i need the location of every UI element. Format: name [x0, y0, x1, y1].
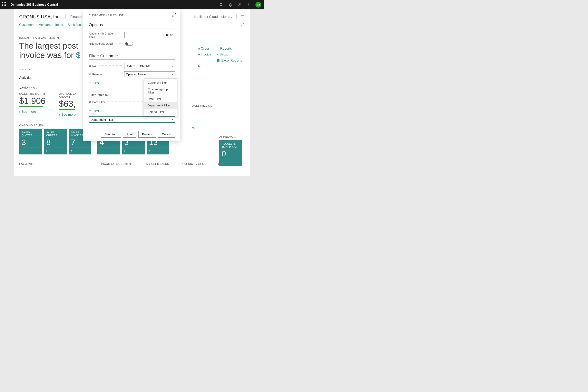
send-to-button[interactable]: Send to...: [101, 131, 121, 138]
filter-dropdown-list: Currency Filter Customergroup Filter Dat…: [144, 78, 177, 116]
field-label: No.: [92, 64, 97, 68]
dialog-footer: Send to... Print Preview Cancel: [101, 131, 175, 138]
quick-links: e Order›Reports e Invoice›Setup ▦Excel R…: [198, 47, 242, 68]
see-more-link[interactable]: ›See more: [59, 113, 76, 117]
metric-label: AMOUNT: [59, 95, 76, 98]
dialog-title: CUSTOMER - SALES LIST: [89, 14, 175, 17]
field-hide-address: Hide Address Detail: [89, 42, 175, 46]
dropdown-option[interactable]: Customergroup Filter: [144, 86, 176, 96]
tile-title: SALES QUOTES: [22, 131, 40, 138]
search-icon[interactable]: [219, 3, 223, 7]
see-more-link[interactable]: ›See more: [19, 110, 46, 114]
report-request-dialog: CUSTOMER - SALES LIST Options Amounts ($…: [83, 10, 180, 141]
see-more-peek[interactable]: re: [192, 126, 195, 130]
remove-filter-icon[interactable]: ✕: [89, 100, 91, 104]
tile-number: 8: [46, 138, 64, 147]
svg-line-1: [222, 5, 223, 6]
hide-address-toggle[interactable]: [125, 42, 133, 46]
bell-icon[interactable]: [228, 3, 232, 7]
tile-title: SALES ORDERS: [46, 131, 64, 138]
plus-icon: +: [89, 108, 91, 113]
quicklink-ts[interactable]: ts: [198, 64, 242, 68]
company-name: CRONUS USA, Inc.: [19, 14, 61, 20]
chevron-right-icon: ›: [19, 110, 20, 114]
help-icon[interactable]: [246, 3, 250, 7]
amounts-input[interactable]: [124, 32, 175, 38]
tile-sales-orders[interactable]: SALES ORDERS 8 ›: [44, 129, 67, 154]
expand-dialog-icon[interactable]: [172, 12, 176, 18]
quicklink-order[interactable]: e Order›Reports: [198, 47, 242, 50]
label-videos: PRODUCT VIDEOS: [181, 162, 206, 166]
metric-overdue: OVERDUE SA AMOUNT $63, ›See more: [59, 92, 76, 117]
subnav-items[interactable]: Items: [55, 23, 63, 28]
chevron-down-icon: ▾: [231, 16, 232, 18]
filter-reserve: ✕Reserve ▾: [89, 71, 175, 77]
reserve-input[interactable]: [124, 71, 175, 77]
dropdown-option[interactable]: Currency Filter: [144, 80, 176, 86]
cancel-button[interactable]: Cancel: [158, 131, 175, 138]
chevron-right-icon: ›: [59, 113, 60, 117]
field-label: Amounts ($) Greater Than: [89, 32, 120, 38]
metric-label-peek: OICES PREDICT...: [192, 104, 214, 107]
subnav-customers[interactable]: Customers: [19, 23, 34, 28]
row-label-approvals: APPROVALS: [219, 135, 242, 138]
print-button[interactable]: Print: [123, 131, 136, 138]
chevron-right-icon: ›: [100, 149, 118, 152]
bottom-section-labels: PAYMENTS INCOMING DOCUMENTS MY USER TASK…: [19, 162, 244, 166]
section-options: Options: [89, 22, 175, 27]
chevron-right-icon: ›: [149, 149, 167, 152]
metric-sales-month: SALES THIS MONTH $1,906 ›See more: [19, 92, 46, 117]
nav-insights[interactable]: Intelligent Cloud Insights ▾: [194, 15, 232, 19]
expand-icon[interactable]: [241, 23, 244, 28]
new-filter-input[interactable]: [89, 116, 175, 122]
field-label: Hide Address Detail: [89, 42, 113, 45]
chevron-right-icon: ›: [71, 149, 89, 152]
metric-label: SALES THIS MONTH: [19, 92, 46, 95]
metric-value: $63,: [59, 99, 76, 109]
chevron-right-icon: ›: [222, 160, 240, 164]
section-filter-customer: Filter: Customer: [89, 54, 175, 58]
user-avatar[interactable]: MB: [256, 2, 261, 8]
svg-point-0: [220, 3, 222, 6]
chevron-right-icon: ›: [218, 47, 219, 50]
svg-point-2: [239, 4, 240, 5]
dropdown-option[interactable]: Department Filter: [144, 102, 176, 108]
metric-value: $1,906: [19, 96, 46, 106]
gear-icon[interactable]: [237, 3, 241, 7]
nav-finance[interactable]: Finance▾: [70, 15, 84, 19]
field-label: Reserve: [92, 73, 102, 76]
no-input[interactable]: [124, 63, 175, 69]
field-amounts: Amounts ($) Greater Than: [89, 32, 175, 38]
quicklink-excel[interactable]: ▦Excel Reports: [198, 58, 242, 62]
menu-icon[interactable]: [241, 16, 244, 18]
remove-filter-icon[interactable]: ✕: [89, 64, 91, 68]
app-bar: Dynamics 365 Business Central MB: [0, 0, 264, 10]
chevron-right-icon: ›: [217, 52, 218, 56]
chevron-down-icon: ▾: [36, 87, 37, 89]
divider: [66, 14, 66, 20]
tile-approvals[interactable]: REQUESTS TO APPROVE 0 ›: [219, 140, 242, 166]
dropdown-option[interactable]: Ship-to Filter: [144, 108, 176, 115]
quicklink-invoice[interactable]: e Invoice›Setup: [198, 52, 242, 56]
label-payments: PAYMENTS: [19, 162, 34, 166]
insights-nav: Intelligent Cloud Insights ▾: [194, 14, 244, 20]
label-tasks: MY USER TASKS: [146, 162, 169, 166]
appbar-actions: MB: [219, 2, 261, 8]
metric-bar: [19, 106, 43, 107]
preview-button[interactable]: Preview: [138, 131, 156, 138]
insight-amount: $: [76, 50, 80, 60]
chevron-right-icon: ›: [46, 149, 64, 152]
dropdown-option[interactable]: Date Filter: [144, 96, 176, 102]
label-incoming: INCOMING DOCUMENTS: [101, 162, 134, 166]
metric-label: OVERDUE SA: [59, 92, 76, 95]
tile-number: 0: [222, 149, 240, 158]
filter-no: ✕No. ▾: [89, 63, 175, 69]
app-launcher-icon[interactable]: [2, 2, 7, 7]
tile-sales-quotes[interactable]: SALES QUOTES 3 ›: [19, 129, 42, 154]
remove-filter-icon[interactable]: ✕: [89, 73, 91, 76]
app-title: Dynamics 365 Business Central: [10, 3, 58, 6]
chevron-right-icon: ›: [22, 149, 40, 152]
plus-icon: +: [89, 81, 91, 85]
subnav-vendors[interactable]: Vendors: [39, 23, 50, 28]
metric-bar: [59, 109, 75, 110]
